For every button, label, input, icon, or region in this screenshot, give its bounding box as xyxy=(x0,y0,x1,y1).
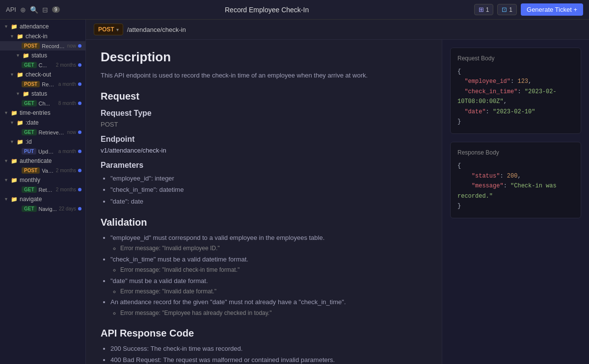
method-badge-get: GET xyxy=(22,206,37,212)
request-body-title: Request Body xyxy=(457,55,574,62)
topbar-right: ⊞ 1 ⊡ 1 Generate Ticket + xyxy=(474,3,583,16)
validation-list: "employee_id" must correspond to a valid… xyxy=(101,232,427,318)
topbar: API ⊕ 🔍 ⊟ 9 Record Employee Check-In ⊞ 1… xyxy=(0,0,589,20)
endpoint-path: /attendance/check-in xyxy=(127,26,186,33)
sidebar-item-time-entries[interactable]: ▼ 📁 time-entries xyxy=(0,108,85,118)
method-badge-get: GET xyxy=(22,100,37,106)
list-item: Error message: "Invalid employee ID." xyxy=(120,243,427,253)
validation-heading: Validation xyxy=(101,217,427,228)
sidebar: ▼ 📁 attendance ▼ 📁 check-in POST Record … xyxy=(0,20,86,364)
folder-icon: 📁 xyxy=(11,158,18,164)
sidebar-item-navigate[interactable]: ▼ 📁 navigate xyxy=(0,194,85,204)
dot-indicator xyxy=(78,207,81,210)
description-body: This API endpoint is used to record the … xyxy=(101,71,427,81)
dropdown-arrow-icon: ▾ xyxy=(116,27,119,32)
folder-icon: 📁 xyxy=(23,91,29,97)
chevron-down-icon: ▼ xyxy=(16,91,21,96)
search-icon[interactable]: 🔍 xyxy=(30,6,38,14)
description-heading: Description xyxy=(101,50,427,65)
main-layout: ▼ 📁 attendance ▼ 📁 check-in POST Record … xyxy=(0,20,589,364)
dot-indicator xyxy=(78,63,81,67)
list-item: Error message: "Invalid check-in time fo… xyxy=(120,265,427,275)
doc-panel: Description This API endpoint is used to… xyxy=(86,40,442,364)
sidebar-item-status-1[interactable]: ▼ 📁 status xyxy=(0,51,85,60)
folder-icon: 📁 xyxy=(17,33,24,40)
list-item: 200 Success: The check-in time was recor… xyxy=(110,343,427,354)
dot-indicator xyxy=(78,82,81,86)
request-heading: Request xyxy=(101,91,427,102)
request-bar: POST ▾ /attendance/check-in xyxy=(86,20,589,40)
method-dropdown[interactable]: POST ▾ xyxy=(94,24,123,35)
sidebar-endpoint-get-date[interactable]: GET Retrieve D... now xyxy=(0,128,85,137)
chevron-down-icon: ▼ xyxy=(4,110,9,115)
method-badge-post: POST xyxy=(22,43,40,49)
chevron-down-icon: ▼ xyxy=(4,178,9,182)
sidebar-endpoint-get-navigate[interactable]: GET Navig... 22 days xyxy=(0,204,85,213)
badge: 9 xyxy=(52,6,60,13)
sidebar-endpoint-post-auth[interactable]: POST Valid... 2 months xyxy=(0,166,85,175)
list-item: Error message: "Employee has already che… xyxy=(120,308,427,318)
method-badge-post: POST xyxy=(22,81,40,87)
api-response-heading: API Response Code xyxy=(101,328,427,339)
dot-indicator xyxy=(78,150,81,153)
sidebar-item-authenticate[interactable]: ▼ 📁 authenticate xyxy=(0,156,85,166)
chevron-down-icon: ▼ xyxy=(10,120,15,125)
request-type-heading: Request Type xyxy=(101,109,427,118)
sub-list: Error message: "Invalid date format." xyxy=(110,286,427,296)
folder-icon: 📁 xyxy=(11,24,18,30)
dot-indicator xyxy=(78,44,81,48)
page-title: Record Employee Check-In xyxy=(64,6,470,14)
chevron-down-icon: ▼ xyxy=(16,53,21,58)
sidebar-endpoint-post-checkout[interactable]: POST Recor... a month xyxy=(0,79,85,89)
request-type-value: POST xyxy=(101,121,427,128)
request-body-code: { "employee_id": 123, "check_in_time": "… xyxy=(457,67,574,127)
response-body-code: { "status": 200, "message": "Check-in wa… xyxy=(457,161,574,211)
chevron-down-icon: ▼ xyxy=(10,72,15,77)
view-count-1: 1 xyxy=(486,6,489,13)
method-badge-get: GET xyxy=(22,62,37,68)
sidebar-item-monthly[interactable]: ▼ 📁 monthly xyxy=(0,175,85,185)
content-area: POST ▾ /attendance/check-in Description … xyxy=(86,20,589,364)
view-toggle-1[interactable]: ⊞ 1 xyxy=(474,4,494,15)
sidebar-item-check-in[interactable]: ▼ 📁 check-in xyxy=(0,31,85,41)
chevron-down-icon: ▼ xyxy=(4,158,9,163)
sidebar-endpoint-get-status-2[interactable]: GET Ch... 8 month xyxy=(0,99,85,108)
api-label: API xyxy=(6,6,16,13)
folder-icon: 📁 xyxy=(17,72,24,78)
folder-icon: 📁 xyxy=(17,139,24,145)
method-badge-put: PUT xyxy=(22,148,36,155)
method-badge-post: POST xyxy=(22,167,40,174)
sidebar-endpoint-get-monthly[interactable]: GET Retri... 2 months xyxy=(0,185,85,194)
dot-indicator xyxy=(78,188,81,191)
chevron-down-icon: ▼ xyxy=(10,34,15,39)
list-item: "employee_id" must correspond to a valid… xyxy=(110,232,427,254)
chevron-down-icon: ▼ xyxy=(4,24,9,29)
sidebar-item-date[interactable]: ▼ 📁 :date xyxy=(0,118,85,128)
sub-list: Error message: "Invalid employee ID." xyxy=(110,243,427,253)
list-item: Error message: "Invalid date format." xyxy=(120,286,427,296)
dot-indicator xyxy=(78,130,81,134)
add-icon[interactable]: ⊕ xyxy=(20,6,26,14)
list-item: An attendance record for the given "date… xyxy=(110,296,427,318)
sidebar-endpoint-record-checkin[interactable]: POST Record E... now xyxy=(0,41,85,51)
method-badge-get: GET xyxy=(22,129,37,135)
sidebar-endpoint-get-status[interactable]: GET C... 2 months xyxy=(0,60,85,70)
method-badge-get: GET xyxy=(22,186,37,193)
sidebar-item-id[interactable]: ▼ 📁 :id xyxy=(0,137,85,147)
folder-icon: 📁 xyxy=(23,52,29,59)
parameters-list: "employee_id": integer "check_in_time": … xyxy=(101,173,427,207)
side-panel: Request Body { "employee_id": 123, "chec… xyxy=(442,40,589,364)
chevron-down-icon: ▼ xyxy=(10,139,15,144)
generate-ticket-button[interactable]: Generate Ticket + xyxy=(521,3,583,16)
sub-list: Error message: "Employee has already che… xyxy=(110,308,427,318)
list-item: "date": date xyxy=(110,196,427,207)
endpoint-value: v1/attendance/check-in xyxy=(101,147,427,154)
sidebar-item-check-out[interactable]: ▼ 📁 check-out xyxy=(0,70,85,79)
sidebar-endpoint-put-id[interactable]: PUT Updat... a month xyxy=(0,147,85,156)
folder-icon: 📁 xyxy=(11,110,18,116)
sidebar-item-attendance[interactable]: ▼ 📁 attendance xyxy=(0,22,85,31)
view-toggle-2[interactable]: ⊡ 1 xyxy=(497,4,517,15)
filter-icon[interactable]: ⊟ xyxy=(42,6,48,14)
dot-indicator xyxy=(78,102,81,105)
sidebar-item-status-2[interactable]: ▼ 📁 status xyxy=(0,89,85,99)
